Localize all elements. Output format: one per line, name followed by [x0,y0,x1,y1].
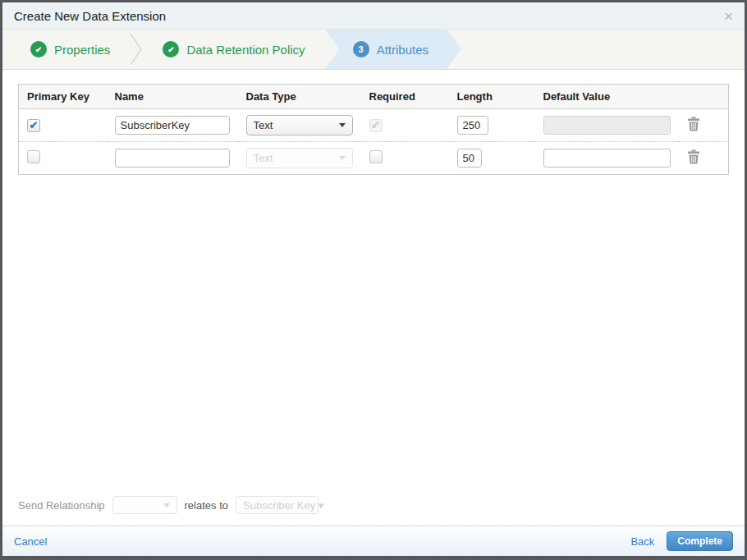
data-type-value: Text [254,119,273,131]
chevron-separator-icon [130,31,143,67]
name-input[interactable] [115,149,230,168]
length-input[interactable] [457,149,482,168]
col-header-data-type: Data Type [238,85,361,109]
step-label: Properties [54,43,110,57]
col-header-length: Length [449,85,535,109]
step-label: Attributes [377,43,428,57]
create-data-extension-modal: Create New Data Extension × ✔ Properties… [0,0,747,560]
close-icon[interactable]: × [724,8,733,24]
subscriber-key-value: Subscriber Key ▾ [243,499,323,512]
subscriber-key-select: Subscriber Key ▾ [236,496,319,514]
modal-titlebar: Create New Data Extension × [2,2,745,30]
modal-footer: Cancel Back Complete [2,526,745,556]
col-header-name: Name [107,85,238,109]
check-icon: ✔ [30,41,47,57]
check-icon: ✔ [163,41,179,57]
data-type-select[interactable]: Text [246,115,353,135]
default-value-input [543,116,671,135]
step-properties[interactable]: ✔ Properties [11,30,130,69]
length-input[interactable] [457,116,488,135]
table-header-row: Primary Key Name Data Type Required Leng… [19,85,729,109]
relates-to-label: relates to [185,499,228,512]
attribute-row-2: Text [19,142,729,175]
send-relationship-label: Send Relationship [18,499,105,512]
primary-key-checkbox[interactable]: ✔ [27,119,40,132]
attribute-row-1: ✔ Text ✔ [19,109,729,142]
modal-body: Primary Key Name Data Type Required Leng… [2,70,745,526]
complete-button[interactable]: Complete [667,531,733,551]
step-number-badge: 3 [353,41,369,57]
caret-down-icon [339,123,346,127]
caret-down-icon [339,156,346,160]
modal-title: Create New Data Extension [14,9,166,23]
name-input[interactable] [115,116,230,135]
back-link[interactable]: Back [630,535,654,548]
caret-down-icon [163,503,170,507]
col-header-primary-key: Primary Key [19,85,107,109]
cancel-link[interactable]: Cancel [14,535,47,548]
col-header-required: Required [361,85,449,109]
required-checkbox[interactable] [369,150,383,163]
step-label: Data Retention Policy [186,43,305,57]
attributes-table: Primary Key Name Data Type Required Leng… [18,84,729,175]
data-type-value: Text [254,152,273,164]
wizard-steps: ✔ Properties ✔ Data Retention Policy 3 A… [2,30,745,70]
data-type-select: Text [246,148,353,168]
default-value-input[interactable] [543,149,671,168]
required-checkbox: ✔ [369,119,383,132]
step-attributes[interactable]: 3 Attributes [325,30,461,69]
send-relationship-select [112,496,177,514]
send-relationship-row: Send Relationship relates to Subscriber … [2,496,745,526]
col-header-actions [679,85,729,109]
primary-key-checkbox[interactable] [27,150,40,163]
trash-icon[interactable] [687,117,700,134]
step-data-retention-policy[interactable]: ✔ Data Retention Policy [143,30,324,69]
col-header-default-value: Default Value [535,85,679,109]
trash-icon[interactable] [687,149,700,167]
